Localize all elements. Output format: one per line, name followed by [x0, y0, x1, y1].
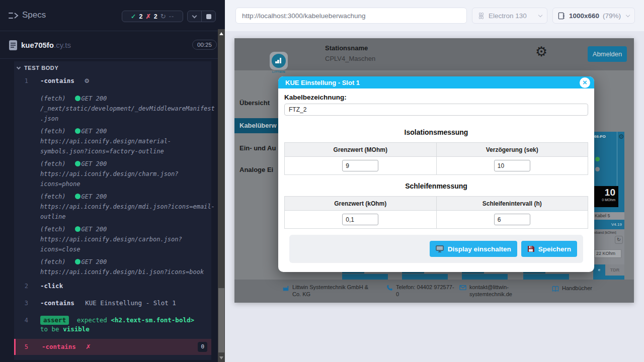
fetch-log[interactable]: (fetch)GET 200 https://api.iconify.desig…	[40, 126, 217, 156]
modal-header: KUE Einstellung - Slot 1 ×	[278, 76, 594, 88]
passed-count: 2	[139, 13, 142, 20]
refresh-icon[interactable]: ↻	[615, 236, 623, 244]
spec-ext: .cy.ts	[54, 41, 71, 49]
grenzwert-mohm-input[interactable]	[342, 160, 378, 171]
fetch-log[interactable]: (fetch)GET 200 https://api.iconify.desig…	[40, 257, 217, 277]
sidebar-item-uebersicht[interactable]: Übersicht	[239, 99, 279, 107]
test-stats[interactable]: ✓ 2 ✗ 2 ↻ --	[122, 11, 183, 22]
save-button[interactable]: Speichern	[521, 241, 577, 257]
table-cell	[436, 211, 588, 229]
status-dot-icon	[75, 194, 80, 199]
status-dot-icon	[75, 96, 80, 101]
spec-row[interactable]: kue705fo.cy.ts 00:25	[0, 32, 218, 59]
monitor-icon	[436, 245, 444, 252]
cable-name-input[interactable]	[284, 104, 588, 116]
slot-gear-icon[interactable]: ⚙	[618, 133, 624, 140]
chevron-down-icon	[538, 13, 542, 17]
logo-circle-icon	[272, 54, 286, 68]
resistance-value: 22 KOhm	[594, 249, 621, 258]
command-assert[interactable]: 4 assert expected <h2.text-sm.font-bold>…	[14, 314, 211, 336]
passed-icon: ✓	[131, 13, 136, 20]
slot-bar	[523, 274, 569, 280]
slot-bar	[402, 274, 448, 280]
fetch-log[interactable]: (fetch)GET 200 https://api.iconify.desig…	[40, 159, 217, 189]
logout-button[interactable]: Abmelden	[588, 46, 627, 62]
command-contains-failed[interactable]: 5 -contains ✗ 0	[14, 339, 211, 355]
viewport-dimensions: 1000x660	[569, 12, 599, 20]
schleifenintervall-input[interactable]	[494, 214, 530, 225]
url-input[interactable]	[235, 8, 467, 24]
status-dot-icon	[75, 161, 80, 166]
divider	[617, 132, 617, 187]
status-dot-icon	[75, 259, 80, 264]
app-under-test: Stationsname CPLV4_Maschen ⚙ Abmelden LI…	[234, 38, 634, 303]
column-header: Verzögerung (sek)	[436, 143, 588, 157]
gear-icon: ⚙	[84, 77, 90, 84]
status-led-gray	[595, 167, 600, 171]
status-led-green	[595, 157, 600, 161]
viewport-selector[interactable]: 1000x660 (79%)	[552, 8, 635, 24]
column-header: Grenzwert (kOhm)	[285, 197, 437, 211]
specs-menu-icon[interactable]	[8, 11, 19, 20]
scrollbar-thumb[interactable]	[218, 288, 224, 352]
slot-bar	[342, 274, 388, 280]
contains-message: KUE Einstellung - Slot 1	[85, 299, 176, 307]
test-body-toggle[interactable]: TEST BODY	[14, 61, 211, 74]
fetch-url: https://api.iconify.design/mdi.json?icon…	[40, 202, 217, 222]
scroll-up-icon[interactable]	[219, 32, 223, 35]
scroll-down-icon[interactable]	[219, 356, 223, 359]
command-contains-1[interactable]: 1 -contains ⚙	[14, 74, 211, 87]
slot-bottom-bar	[593, 276, 624, 280]
stop-icon	[206, 14, 211, 19]
measurement-display: 10 0 MOhm	[593, 186, 618, 207]
reporter-scrollbar[interactable]	[218, 29, 225, 362]
aut-stage: Electron 130 1000x660 (79%) Stationsname…	[225, 0, 644, 362]
viewport-zoom: (79%)	[603, 12, 621, 20]
save-floppy-icon	[527, 245, 534, 252]
run-controls	[187, 11, 216, 22]
verzoegerung-sek-input[interactable]	[494, 160, 530, 171]
kue-settings-modal: KUE Einstellung - Slot 1 × Kabelbezeichn…	[278, 76, 594, 272]
footer-manuals[interactable]: Handbücher	[552, 285, 592, 292]
fetch-log[interactable]: (fetch)GET 200 /_next/static/development…	[40, 94, 217, 124]
specs-title: Specs	[22, 10, 46, 20]
display-on-button[interactable]: Display einschalten	[430, 241, 517, 257]
cable-name-label: Kabelbezeichnung:	[284, 94, 588, 101]
browser-selector[interactable]: Electron 130	[472, 8, 547, 24]
slot-card-partial: 66-FO ⚙ 10 0 MOhm Kabel 5 V4.19 xband [k…	[593, 132, 624, 280]
grenzwert-kohm-input[interactable]	[342, 214, 378, 225]
device-label: 66-FO	[594, 134, 606, 139]
table-cell	[285, 211, 437, 229]
failed-count: 2	[154, 13, 157, 20]
spec-name: kue705fo.cy.ts	[21, 41, 71, 49]
stop-button[interactable]	[201, 11, 215, 22]
cable-label: Kabel 5	[593, 212, 624, 220]
sidebar-item-kabelueberwachung[interactable]: Kabelüberw	[234, 118, 279, 133]
isolation-table: Grenzwert (MOhm) Verzögerung (sek)	[284, 142, 588, 175]
company-logo	[270, 52, 288, 70]
sidebar-item-ein-und-ausgaenge[interactable]: Ein- und Au	[239, 144, 279, 152]
display-unit: 0 MOhm	[593, 198, 615, 202]
chevron-down-icon	[17, 65, 21, 69]
logo-wordmark: LITTWIN	[270, 70, 288, 73]
slot-tab-tdr[interactable]: TDR	[605, 264, 624, 276]
slot-bar	[462, 274, 508, 280]
slot-tab-active[interactable]: e	[593, 264, 605, 276]
fetch-url: https://api.iconify.design/bi.json?icons…	[40, 267, 217, 277]
fetch-log[interactable]: (fetch)GET 200 https://api.iconify.desig…	[40, 224, 217, 254]
command-contains-3[interactable]: 3 -contains KUE Einstellung - Slot 1	[14, 297, 211, 310]
close-icon[interactable]: ×	[580, 77, 590, 88]
failed-icon: ✗	[145, 13, 150, 20]
fetch-url: https://api.iconify.design/charm.json?ic…	[40, 169, 217, 189]
cypress-reporter: Specs ✓ 2 ✗ 2 ↻ -- kue705fo.cy.ts 00:25	[0, 0, 225, 362]
slot-card-body: xband [kOhm] ↻ 22 KOhm e TDR	[593, 229, 624, 280]
footer-company: Littwin Systemtechnik GmbH & Co. KG	[282, 284, 369, 298]
spec-duration: 00:25	[192, 40, 217, 50]
sidebar-item-analoge-eingaenge[interactable]: Analoge Ei	[239, 166, 279, 173]
fetch-url: /_next/static/development/_devMiddleware…	[40, 104, 217, 124]
fetch-log[interactable]: (fetch)GET 200 https://api.iconify.desig…	[40, 192, 217, 222]
settings-gear-icon[interactable]: ⚙	[535, 45, 547, 58]
collapse-button[interactable]	[188, 11, 201, 22]
command-click[interactable]: 2 -click	[14, 280, 211, 293]
table-cell	[285, 157, 437, 175]
